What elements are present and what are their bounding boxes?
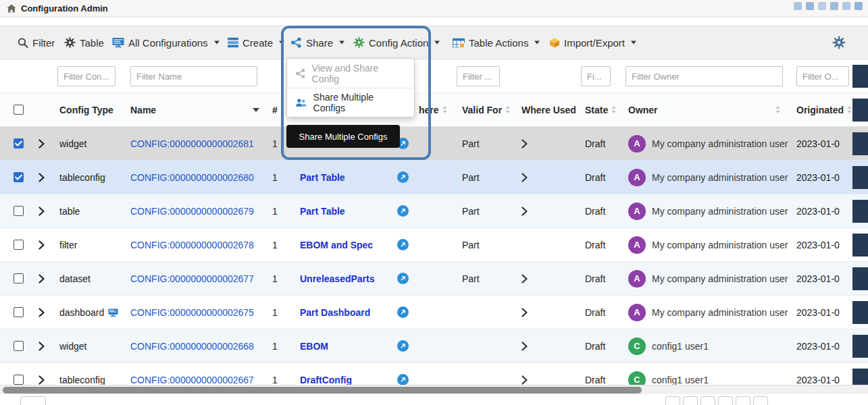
where-used-chevron-icon[interactable] — [521, 274, 528, 284]
filter-valid-for-input[interactable] — [457, 66, 500, 86]
row-edge-block — [852, 99, 868, 122]
table-row[interactable]: widget CONFIG:0000000000002681 1 Part Dr… — [0, 127, 868, 161]
horizontal-scrollbar-track[interactable] — [0, 385, 868, 394]
table-row[interactable]: tableconfig CONFIG:0000000000002680 1 Pa… — [0, 161, 868, 194]
table-settings-button[interactable]: Table — [64, 37, 104, 49]
expand-chevron-icon[interactable] — [39, 240, 45, 250]
pagination-button[interactable] — [753, 396, 768, 405]
import-export-icon — [549, 37, 560, 48]
launch-icon[interactable] — [397, 374, 409, 385]
column-header-name[interactable]: Name — [130, 105, 270, 115]
launch-icon[interactable] — [397, 340, 409, 352]
config-label-link[interactable]: UnreleasedParts — [300, 273, 375, 284]
home-icon[interactable] — [7, 4, 16, 13]
config-id-link[interactable]: CONFIG:0000000000002680 — [130, 172, 254, 183]
column-header-owner[interactable]: Owner — [626, 105, 790, 115]
row-checkbox[interactable] — [14, 341, 24, 351]
bottom-left-button[interactable] — [20, 396, 46, 405]
filter-owner-input[interactable] — [626, 66, 783, 86]
expand-chevron-icon[interactable] — [39, 375, 45, 385]
expand-chevron-icon[interactable] — [39, 139, 45, 148]
topbar-icon[interactable] — [854, 2, 863, 10]
menu-item-view-and-share-config[interactable]: View and Share Config — [287, 59, 414, 88]
topbar-icon[interactable] — [794, 2, 802, 10]
launch-icon[interactable] — [397, 205, 409, 217]
config-id-link[interactable]: CONFIG:0000000000002677 — [130, 273, 254, 284]
expand-chevron-icon[interactable] — [39, 207, 45, 216]
share-dropdown-button[interactable]: Share — [290, 37, 344, 49]
config-label-link[interactable]: Part Table — [300, 172, 345, 183]
config-id-link[interactable]: CONFIG:0000000000002678 — [130, 240, 254, 250]
config-label-link[interactable]: Part Dashboard — [300, 307, 370, 318]
column-header-config-type[interactable]: Config Type — [59, 105, 130, 115]
pagination-button[interactable] — [718, 396, 733, 405]
topbar-icon[interactable] — [818, 2, 826, 10]
table-row[interactable]: table CONFIG:0000000000002679 1 Part Tab… — [0, 194, 868, 228]
table-row[interactable]: widget CONFIG:0000000000002668 1 EBOM Dr… — [0, 329, 868, 363]
table-row[interactable]: filter CONFIG:0000000000002678 1 EBOM an… — [0, 228, 868, 262]
create-dropdown[interactable]: Create — [228, 37, 284, 49]
menu-item-share-multiple-configs[interactable]: Share Multiple Configs — [287, 88, 414, 117]
where-used-chevron-icon[interactable] — [521, 173, 528, 182]
launch-icon[interactable] — [397, 306, 409, 318]
config-label-link[interactable]: Part Table — [300, 206, 345, 217]
topbar-icon[interactable] — [806, 2, 814, 10]
launch-icon[interactable] — [397, 171, 409, 183]
column-header-state[interactable]: State — [578, 105, 626, 115]
config-label-link[interactable]: EBOM and Spec — [300, 240, 373, 250]
topbar-icon[interactable] — [842, 2, 850, 10]
select-all-checkbox[interactable] — [14, 105, 24, 115]
table-actions-dropdown[interactable]: Table Actions — [453, 37, 540, 49]
table-row[interactable]: dashboard CONFIG:0000000000002675 1 Part… — [0, 296, 868, 329]
config-id-link[interactable]: CONFIG:0000000000002675 — [130, 307, 254, 318]
row-checkbox[interactable] — [14, 375, 24, 385]
config-id-link[interactable]: CONFIG:0000000000002679 — [130, 206, 254, 217]
where-used-chevron-icon[interactable] — [521, 308, 528, 317]
expand-chevron-icon[interactable] — [39, 274, 45, 284]
where-used-chevron-icon[interactable] — [521, 375, 528, 385]
config-label-link[interactable]: EBOM — [300, 341, 328, 352]
topbar-icon[interactable] — [830, 2, 838, 10]
config-label-link[interactable]: DraftConfig — [300, 375, 352, 385]
where-used-chevron-icon[interactable] — [521, 342, 528, 351]
config-id-link[interactable]: CONFIG:0000000000002681 — [130, 138, 254, 149]
row-checkbox[interactable] — [14, 307, 24, 317]
all-configurations-dropdown[interactable]: All Configurations — [112, 37, 220, 49]
config-id-link[interactable]: CONFIG:0000000000002667 — [130, 375, 254, 385]
column-header-where-used[interactable]: Where Used — [513, 105, 578, 115]
filter-name-input[interactable] — [130, 66, 257, 86]
sort-icon — [775, 106, 780, 113]
row-checkbox[interactable] — [14, 206, 24, 216]
filter-originated-input[interactable] — [796, 66, 849, 86]
where-used-chevron-icon[interactable] — [521, 207, 528, 216]
pagination-button[interactable] — [736, 396, 750, 405]
config-action-dropdown[interactable]: Config Action — [353, 37, 440, 49]
count-text: 1 — [272, 375, 278, 385]
row-checkbox[interactable] — [14, 240, 24, 250]
row-checkbox[interactable] — [14, 138, 24, 148]
launch-icon[interactable] — [397, 273, 409, 284]
table-row[interactable]: dataset CONFIG:0000000000002677 1 Unrele… — [0, 262, 868, 296]
pagination-button[interactable] — [683, 396, 698, 405]
owner-avatar: C — [628, 338, 646, 355]
filter-config-type-input[interactable] — [57, 66, 116, 86]
config-id-link[interactable]: CONFIG:0000000000002668 — [130, 341, 254, 352]
expand-chevron-icon[interactable] — [39, 308, 45, 317]
column-header-valid-for[interactable]: Valid For — [455, 105, 513, 115]
launch-icon[interactable] — [397, 239, 409, 250]
row-checkbox[interactable] — [14, 273, 24, 284]
filter-button[interactable]: Filter — [18, 37, 55, 49]
row-checkbox[interactable] — [14, 172, 24, 182]
count-text: 1 — [272, 240, 278, 250]
sort-icon — [611, 106, 616, 113]
pagination-button[interactable] — [665, 396, 680, 405]
config-type-text: widget — [59, 138, 86, 149]
horizontal-scrollbar-thumb[interactable] — [3, 387, 642, 394]
filter-state-input[interactable] — [581, 66, 611, 86]
table-preferences-gear-button[interactable] — [832, 36, 846, 49]
where-used-chevron-icon[interactable] — [521, 139, 528, 148]
pagination-button[interactable] — [700, 396, 715, 405]
import-export-dropdown[interactable]: Import/Export — [549, 37, 636, 49]
expand-chevron-icon[interactable] — [39, 173, 45, 182]
expand-chevron-icon[interactable] — [39, 342, 45, 351]
